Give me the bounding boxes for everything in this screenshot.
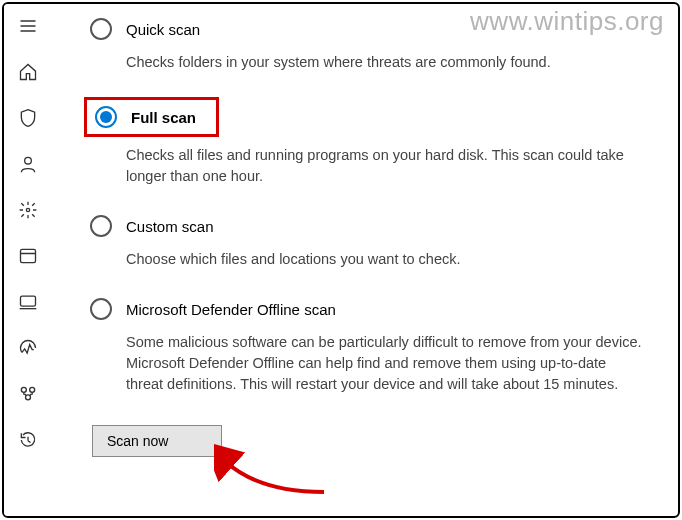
radio-indicator: [90, 18, 112, 40]
menu-icon[interactable]: [16, 14, 40, 38]
svg-point-4: [26, 208, 29, 211]
option-description: Checks all files and running programs on…: [126, 145, 644, 187]
radio-indicator: [90, 215, 112, 237]
option-description: Choose which files and locations you wan…: [126, 249, 644, 270]
history-icon[interactable]: [16, 428, 40, 452]
radio-full-scan[interactable]: Full scan: [89, 102, 202, 132]
option-offline-scan: Microsoft Defender Offline scan Some mal…: [84, 294, 644, 395]
window-frame: Quick scan Checks folders in your system…: [2, 2, 680, 518]
svg-point-3: [25, 157, 32, 164]
highlight-box: Full scan: [84, 97, 219, 137]
radio-offline-scan[interactable]: Microsoft Defender Offline scan: [84, 294, 644, 324]
radio-indicator-selected: [95, 106, 117, 128]
option-title: Full scan: [131, 109, 196, 126]
option-full-scan: Full scan Checks all files and running p…: [84, 97, 644, 187]
svg-point-10: [30, 387, 35, 392]
radio-custom-scan[interactable]: Custom scan: [84, 211, 644, 241]
performance-icon[interactable]: [16, 336, 40, 360]
svg-point-9: [21, 387, 26, 392]
scan-now-button[interactable]: Scan now: [92, 425, 222, 457]
sidebar-nav: [4, 4, 52, 516]
svg-rect-5: [21, 249, 36, 262]
option-title: Quick scan: [126, 21, 200, 38]
device-icon[interactable]: [16, 290, 40, 314]
watermark-text: www.wintips.org: [470, 6, 664, 37]
family-icon[interactable]: [16, 382, 40, 406]
svg-line-13: [28, 441, 31, 443]
svg-rect-7: [21, 296, 36, 306]
option-description: Checks folders in your system where thre…: [126, 52, 644, 73]
option-title: Microsoft Defender Offline scan: [126, 301, 336, 318]
firewall-icon[interactable]: [16, 198, 40, 222]
option-custom-scan: Custom scan Choose which files and locat…: [84, 211, 644, 270]
option-description: Some malicious software can be particula…: [126, 332, 644, 395]
home-icon[interactable]: [16, 60, 40, 84]
app-browser-icon[interactable]: [16, 244, 40, 268]
option-title: Custom scan: [126, 218, 214, 235]
scan-options-panel: Quick scan Checks folders in your system…: [64, 14, 658, 506]
shield-icon[interactable]: [16, 106, 40, 130]
account-icon[interactable]: [16, 152, 40, 176]
radio-indicator: [90, 298, 112, 320]
